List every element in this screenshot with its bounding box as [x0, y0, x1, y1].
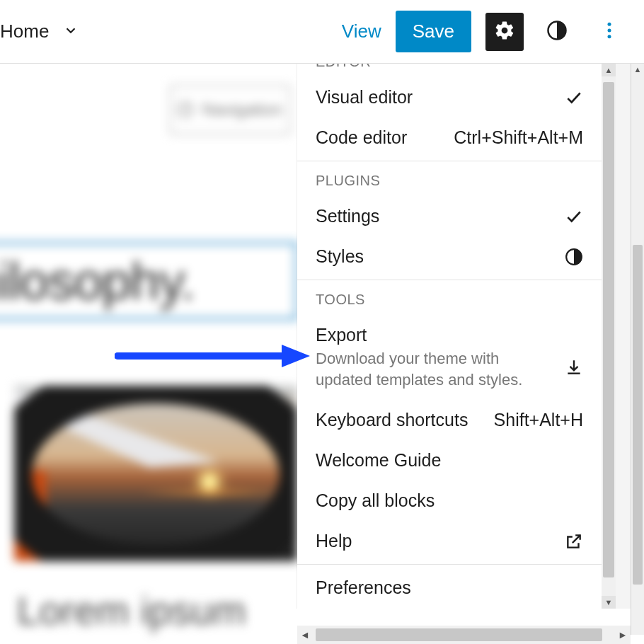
frame-horizontal-scrollbar[interactable]: ◄ ► — [297, 626, 631, 644]
chevron-down-icon[interactable] — [63, 23, 79, 41]
menu-item-label: Help — [316, 531, 352, 551]
breadcrumb: Home — [0, 21, 79, 42]
compass-icon — [178, 102, 193, 117]
svg-point-3 — [608, 35, 611, 38]
save-button[interactable]: Save — [396, 11, 471, 52]
menu-item-export[interactable]: Export Download your theme with updated … — [297, 315, 602, 400]
menu-section-tools: Tools — [297, 283, 602, 315]
heading-text: hilosophy. — [0, 251, 195, 311]
dots-vertical-icon — [599, 20, 620, 43]
download-icon — [565, 358, 583, 376]
navigation-block-label: Navigation — [202, 100, 282, 120]
keyboard-shortcut: Ctrl+Shift+Alt+M — [454, 127, 583, 148]
menu-item-label: Preferences — [316, 577, 411, 598]
navigation-block[interactable]: Navigation — [170, 85, 290, 134]
scroll-right-arrow-icon[interactable]: ► — [615, 629, 631, 640]
contrast-icon — [565, 248, 583, 266]
menu-item-label: Copy all blocks — [316, 490, 435, 511]
page-vertical-scrollbar[interactable]: ▲ — [631, 64, 644, 635]
menu-item-code-editor[interactable]: Code editor Ctrl+Shift+Alt+M — [297, 117, 602, 158]
gear-icon — [494, 20, 515, 43]
scroll-down-arrow-icon[interactable]: ▼ — [602, 596, 616, 609]
more-options-button[interactable] — [590, 13, 628, 51]
scrollbar-thumb[interactable] — [316, 628, 602, 641]
breadcrumb-home[interactable]: Home — [0, 21, 49, 42]
menu-item-label: Settings — [316, 206, 379, 226]
menu-item-help[interactable]: Help — [297, 521, 602, 561]
svg-point-1 — [608, 23, 611, 26]
menu-item-label: Welcome Guide — [316, 450, 441, 471]
menu-item-preferences[interactable]: Preferences — [297, 568, 602, 608]
check-icon — [565, 88, 583, 107]
svg-point-2 — [608, 29, 611, 33]
menu-item-label: Export — [316, 325, 528, 345]
menu-item-label: Visual editor — [316, 87, 413, 108]
menu-section-plugins: Plugins — [297, 164, 602, 196]
menu-item-keyboard-shortcuts[interactable]: Keyboard shortcuts Shift+Alt+H — [297, 400, 602, 440]
menu-item-label: Styles — [316, 246, 364, 267]
options-menu: Editor Visual editor Code editor Ctrl+Sh… — [297, 64, 616, 609]
external-link-icon — [565, 532, 583, 551]
menu-item-settings[interactable]: Settings — [297, 196, 602, 236]
scrollbar-thumb[interactable] — [603, 82, 614, 577]
menu-item-label: Code editor — [316, 127, 407, 148]
settings-button[interactable] — [485, 13, 524, 51]
image-block[interactable] — [14, 386, 297, 561]
contrast-icon — [546, 20, 568, 43]
top-toolbar: Home View Save — [0, 0, 644, 64]
menu-item-styles[interactable]: Styles — [297, 236, 602, 277]
menu-item-visual-editor[interactable]: Visual editor — [297, 77, 602, 117]
check-icon — [565, 207, 583, 226]
scroll-up-arrow-icon[interactable]: ▲ — [602, 64, 616, 76]
panel-footer-gap — [297, 609, 631, 626]
selected-heading-block[interactable]: hilosophy. — [0, 242, 297, 320]
menu-item-copy-all-blocks[interactable]: Copy all blocks — [297, 481, 602, 521]
menu-section-editor: Editor — [297, 64, 602, 77]
menu-scrollbar[interactable]: ▲ ▼ — [602, 64, 616, 609]
scroll-left-arrow-icon[interactable]: ◄ — [297, 629, 313, 640]
styles-button[interactable] — [538, 13, 576, 51]
menu-item-welcome-guide[interactable]: Welcome Guide — [297, 440, 602, 481]
scrollbar-thumb[interactable] — [633, 245, 643, 585]
menu-item-label: Keyboard shortcuts — [316, 410, 468, 430]
menu-item-description: Download your theme with updated templat… — [316, 348, 528, 390]
view-link[interactable]: View — [342, 21, 381, 42]
keyboard-shortcut: Shift+Alt+H — [494, 410, 583, 430]
paragraph-block[interactable]: Lorem ipsum — [17, 587, 246, 633]
scroll-up-arrow-icon[interactable]: ▲ — [631, 64, 644, 74]
